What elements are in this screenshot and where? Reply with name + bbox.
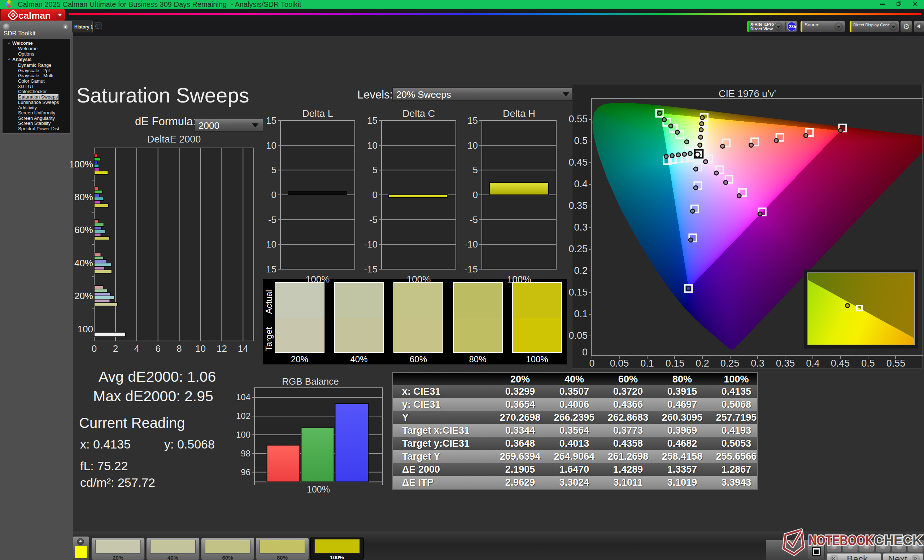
svg-text:100: 100 [236,430,250,439]
svg-text:NOTEBOOK: NOTEBOOK [808,533,873,548]
svg-text:80%: 80% [74,192,93,202]
svg-text:-15: -15 [464,264,478,275]
svg-text:10: 10 [195,343,206,354]
svg-text:0: 0 [372,189,378,200]
svg-text:10: 10 [467,140,478,151]
svg-text:20%: 20% [74,290,93,301]
svg-text:0: 0 [272,189,276,200]
svg-text:100%: 100% [407,274,431,285]
svg-text:5: 5 [272,165,276,175]
svg-text:10: 10 [267,140,276,151]
svg-text:-10: -10 [464,239,478,250]
svg-text:8: 8 [177,343,182,354]
svg-text:0: 0 [92,343,97,354]
svg-text:60%: 60% [74,225,93,235]
svg-text:5: 5 [372,165,378,175]
svg-text:CHECK: CHECK [874,533,922,548]
svg-text:100%: 100% [69,159,93,169]
svg-text:6: 6 [155,343,160,354]
svg-text:104: 104 [236,392,250,402]
svg-text:-10: -10 [267,239,276,250]
svg-text:100%: 100% [507,274,531,285]
svg-text:Delta L: Delta L [302,108,333,119]
svg-text:Delta C: Delta C [402,108,435,119]
svg-text:100%: 100% [307,484,330,494]
svg-text:Delta H: Delta H [503,108,535,119]
svg-text:15: 15 [367,115,378,126]
svg-text:5: 5 [473,165,478,175]
svg-text:98: 98 [241,449,250,458]
svg-text:0: 0 [473,189,478,200]
svg-text:12: 12 [217,343,227,354]
svg-text:-5: -5 [268,214,276,225]
svg-text:DeltaE 2000: DeltaE 2000 [147,135,201,145]
svg-text:-5: -5 [470,214,478,225]
svg-text:96: 96 [241,467,250,477]
svg-text:-15: -15 [364,264,378,275]
svg-text:-10: -10 [364,239,378,250]
svg-text:40%: 40% [74,258,93,268]
svg-text:2: 2 [113,343,118,354]
svg-text:10: 10 [367,140,378,151]
svg-text:15: 15 [267,115,276,126]
svg-text:100%: 100% [306,274,330,285]
svg-text:100: 100 [78,323,93,334]
svg-text:-15: -15 [267,264,276,275]
svg-text:14: 14 [238,343,248,354]
svg-text:-5: -5 [369,214,378,225]
svg-text:15: 15 [467,115,478,126]
svg-text:RGB Balance: RGB Balance [282,376,339,387]
svg-text:4: 4 [134,343,140,354]
svg-text:102: 102 [236,411,250,421]
